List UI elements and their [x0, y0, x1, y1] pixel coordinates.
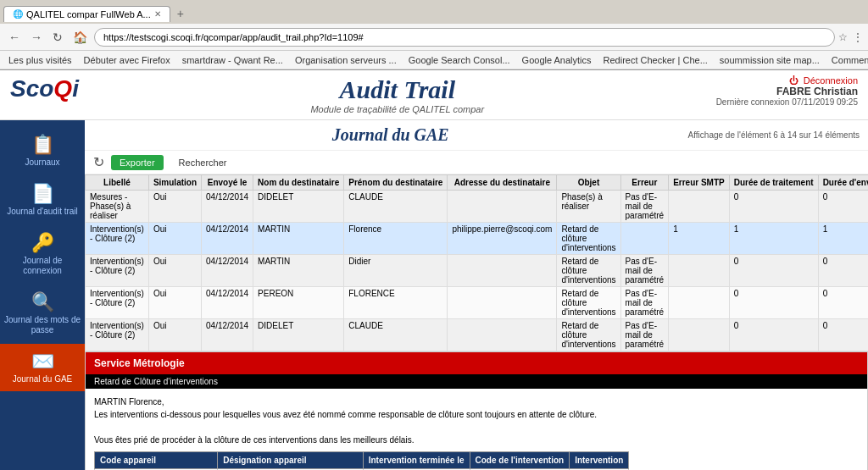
bookmark-organisation[interactable]: Organisation serveurs ...: [292, 54, 400, 66]
sidebar-label-journaux: Journaux: [25, 158, 59, 168]
sidebar-item-journaux: 📋 Journaux: [0, 127, 85, 174]
sidebar-label-gae: Journal du GAE: [13, 374, 73, 384]
content-topbar: Journal du GAE Affichage de l'élément 6 …: [85, 120, 868, 151]
col-objet: Objet: [557, 175, 620, 191]
menu-icon[interactable]: ⋮: [853, 31, 863, 43]
bookmark-smartdraw[interactable]: smartdraw - Qwant Re...: [179, 54, 287, 66]
table-cell: Phase(s) à réaliser: [557, 191, 620, 223]
table-cell: [669, 287, 730, 319]
table-cell: Florence: [344, 223, 448, 255]
table-cell: PEREON: [253, 287, 344, 319]
bookmark-google-search[interactable]: Google Search Consol...: [405, 54, 514, 66]
table-cell: Intervention(s) - Clôture (2): [86, 223, 149, 255]
page-title: Audit Trail: [79, 75, 716, 104]
bookmark-icon[interactable]: ☆: [838, 31, 848, 43]
bookmark-redirect[interactable]: Redirect Checker | Che...: [600, 54, 711, 66]
table-cell: DIDELET: [253, 191, 344, 223]
sidebar-label-audit-trail: Journal d'audit trail: [7, 207, 78, 217]
email-preview-table: Code appareil Désignation appareil Inter…: [94, 451, 629, 470]
url-bar[interactable]: [94, 28, 835, 47]
sidebar-item-audit-trail[interactable]: 📄 Journal d'audit trail: [0, 176, 85, 224]
search-label: Rechercher: [179, 158, 227, 168]
table-cell: Oui: [148, 287, 201, 319]
table-cell: Oui: [148, 223, 201, 255]
tab-close-button[interactable]: ✕: [154, 9, 161, 19]
sidebar-item-mots-de-passe[interactable]: 🔍 Journal des mots de passe: [0, 285, 85, 342]
journal-title: Journal du GAE: [332, 125, 449, 145]
table-cell: FLORENCE: [344, 287, 448, 319]
app-header: ScoQi Audit Trail Module de traçabilité …: [0, 70, 868, 120]
new-tab-button[interactable]: +: [170, 4, 191, 23]
nav-bar: ← → ↻ 🏠 ☆ ⋮: [0, 24, 868, 51]
table-cell: Oui: [148, 191, 201, 223]
table-cell: Oui: [148, 255, 201, 287]
sidebar: 📋 Journaux 📄 Journal d'audit trail 🔑 Jou…: [0, 120, 85, 470]
tab-bar: 🌐 QALITEL compar FullWeb A... ✕ +: [0, 0, 868, 24]
table-cell: 04/12/2014: [202, 319, 253, 351]
table-cell: [669, 319, 730, 351]
table-cell: Retard de clôture d'interventions: [557, 255, 620, 287]
action-bar: ↻ Exporter Rechercher: [85, 151, 868, 174]
table-cell: [448, 191, 557, 223]
nav-icons: ☆ ⋮: [838, 31, 863, 43]
table-row[interactable]: Intervention(s) - Clôture (2)Oui04/12/20…: [86, 223, 869, 255]
sidebar-item-gae[interactable]: ✉️ Journal du GAE: [0, 344, 85, 391]
refresh-button[interactable]: ↻: [93, 154, 104, 170]
home-button[interactable]: 🏠: [70, 29, 91, 46]
bookmark-analytics[interactable]: Google Analytics: [519, 54, 595, 66]
app-container: ScoQi Audit Trail Module de traçabilité …: [0, 70, 868, 470]
forward-button[interactable]: →: [27, 29, 46, 46]
email-col-designation: Désignation appareil: [218, 452, 363, 469]
bookmark-visites[interactable]: Les plus visités: [5, 54, 75, 66]
table-row[interactable]: Intervention(s) - Clôture (2)Oui04/12/20…: [86, 287, 869, 319]
table-cell: 04/12/2014: [202, 287, 253, 319]
back-button[interactable]: ←: [5, 29, 24, 46]
table-cell: Oui: [148, 319, 201, 351]
active-tab[interactable]: 🌐 QALITEL compar FullWeb A... ✕: [3, 6, 170, 22]
table-row[interactable]: Mesures - Phase(s) à réaliserOui04/12/20…: [86, 191, 869, 223]
col-erreur: Erreur: [620, 175, 669, 191]
logo: ScoQi: [10, 75, 79, 102]
reload-button[interactable]: ↻: [49, 29, 66, 46]
table-cell: Retard de clôture d'interventions: [557, 287, 620, 319]
table-cell: Mesures - Phase(s) à réaliser: [86, 191, 149, 223]
mots-de-passe-icon: 🔍: [31, 291, 54, 313]
bookmark-firefox[interactable]: Débuter avec Firefox: [81, 54, 174, 66]
bookmark-comment[interactable]: Comment rendre Wor...: [828, 54, 868, 66]
col-erreur-smtp: Erreur SMTP: [669, 175, 730, 191]
table-cell: [448, 287, 557, 319]
email-col-intervention-date: Intervention terminée le: [363, 452, 470, 469]
col-duree-traitement: Durée de traitement: [729, 175, 818, 191]
table-row[interactable]: Intervention(s) - Clôture (2)Oui04/12/20…: [86, 255, 869, 287]
table-cell: 04/12/2014: [202, 191, 253, 223]
table-cell: 0: [818, 255, 868, 287]
email-preview-body: MARTIN Florence, Les interventions ci-de…: [86, 389, 867, 470]
export-button[interactable]: Exporter: [111, 155, 164, 170]
deconnexion-icon: ⏻: [789, 75, 798, 86]
col-libelle: Libellé: [86, 175, 149, 191]
email-table-header: Code appareil Désignation appareil Inter…: [95, 452, 629, 469]
col-prenom: Prénom du destinataire: [344, 175, 448, 191]
table-row[interactable]: Intervention(s) - Clôture (2)Oui04/12/20…: [86, 319, 869, 351]
user-area: ⏻ Déconnexion FABRE Christian Dernière c…: [716, 75, 858, 107]
table-cell: 04/12/2014: [202, 255, 253, 287]
table-cell: Didier: [344, 255, 448, 287]
table-cell: MARTIN: [253, 255, 344, 287]
email-preview: Service Métrologie Retard de Clôture d'i…: [85, 351, 868, 470]
journaux-icon: 📋: [31, 134, 54, 156]
bookmark-soummission[interactable]: soummission site map...: [716, 54, 823, 66]
content-area: Journal du GAE Affichage de l'élément 6 …: [85, 120, 868, 470]
title-area: Audit Trail Module de traçabilité de QAL…: [79, 75, 716, 114]
body-line1: MARTIN Florence,: [94, 395, 859, 408]
col-duree-envoi: Durée d'envoi: [818, 175, 868, 191]
logo-area: ScoQi: [10, 75, 79, 102]
email-preview-subheader: Retard de Clôture d'interventions: [86, 374, 867, 389]
table-cell: Retard de clôture d'interventions: [557, 319, 620, 351]
table-cell: Retard de clôture d'interventions: [557, 223, 620, 255]
table-cell: Pas d'E-mail de paramétré: [620, 255, 669, 287]
connexion-icon: 🔑: [31, 232, 54, 254]
sidebar-item-connexion[interactable]: 🔑 Journal de connexion: [0, 225, 85, 283]
deconnexion-link[interactable]: Déconnexion: [804, 75, 858, 86]
body-line4: Vous êtes prié de procéder à la clôture …: [94, 434, 859, 446]
table-cell: 0: [729, 319, 818, 351]
